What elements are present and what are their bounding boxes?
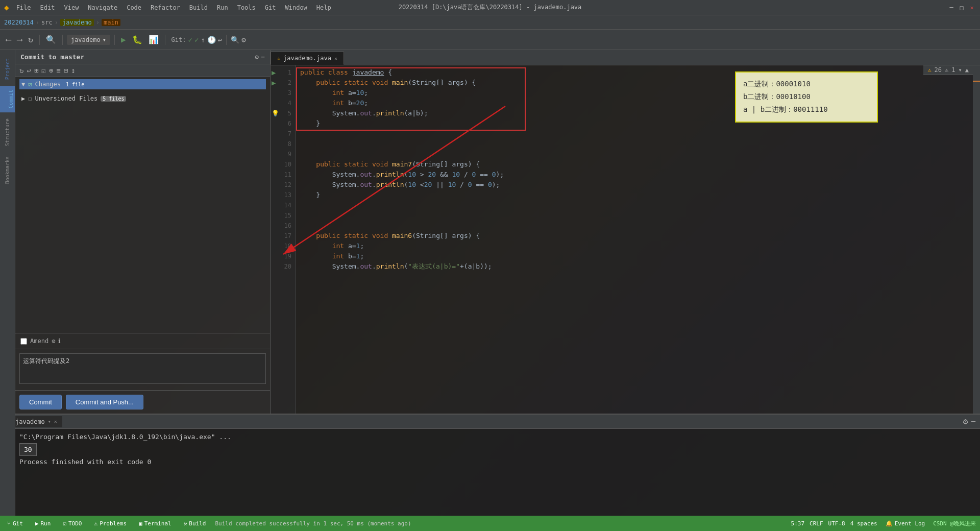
- maximize-button[interactable]: □: [958, 4, 966, 12]
- menu-file[interactable]: File: [12, 3, 35, 12]
- run-button[interactable]: ▶: [119, 34, 128, 45]
- build-status-icon: ⚒: [184, 520, 187, 527]
- line-15: 15: [271, 210, 296, 221]
- sidebar-project[interactable]: Project: [4, 54, 11, 84]
- breadcrumb-project[interactable]: 20220314: [4, 19, 34, 26]
- breadcrumb-package[interactable]: javademo: [60, 19, 94, 26]
- run-arrow-1[interactable]: ▶: [272, 68, 276, 77]
- run-arrow-2[interactable]: ▶: [272, 79, 276, 87]
- commit-diff-icon[interactable]: ⊞: [34, 66, 38, 75]
- menu-view[interactable]: View: [60, 3, 83, 12]
- commit-refresh-icon[interactable]: ↻: [19, 66, 23, 75]
- close-button[interactable]: ✕: [968, 4, 976, 12]
- toolbar-refresh[interactable]: ↻: [26, 34, 35, 45]
- sidebar-structure[interactable]: Structure: [4, 114, 11, 150]
- coverage-button[interactable]: 📊: [146, 34, 161, 45]
- git-undo[interactable]: ↩: [218, 36, 222, 44]
- amend-info-icon[interactable]: ℹ: [58, 337, 61, 345]
- changes-group-header[interactable]: ▼ ☑ Changes 1 file: [19, 79, 266, 89]
- code-line-9: [300, 149, 976, 159]
- commit-expand-icon[interactable]: ⊕: [49, 66, 53, 75]
- line-col[interactable]: 5:37: [791, 520, 805, 527]
- commit-undo-icon[interactable]: ↩: [27, 66, 31, 75]
- encoding[interactable]: CRLF: [810, 520, 823, 527]
- amend-settings-icon[interactable]: ⚙: [52, 337, 55, 345]
- project-selector-chevron: ▾: [103, 36, 106, 43]
- line-10: 10: [271, 159, 296, 170]
- charset[interactable]: UTF-8: [828, 520, 845, 527]
- sidebar-commit[interactable]: Commit: [0, 86, 15, 112]
- run-tab-dropdown[interactable]: ▾: [48, 419, 51, 424]
- menu-run[interactable]: Run: [213, 3, 232, 12]
- git-status-btn[interactable]: ⑂ Git: [4, 519, 26, 528]
- breadcrumb-branch[interactable]: main: [102, 19, 120, 26]
- commit-toolbar: ↻ ↩ ⊞ ☑ ⊕ ≡ ⊟ ↕: [15, 64, 270, 77]
- commit-button[interactable]: Commit: [19, 395, 62, 409]
- run-tab-close-icon[interactable]: ✕: [54, 419, 57, 424]
- build-status-label: Build: [189, 520, 206, 527]
- debug-button[interactable]: 🐛: [130, 34, 144, 45]
- run-panel-header: ▶ javademo ▾ ✕ ⚙ −: [0, 415, 980, 429]
- commit-sort-icon[interactable]: ↕: [71, 66, 75, 75]
- commit-group-icon[interactable]: ⊟: [64, 66, 68, 75]
- run-status-btn[interactable]: ▶ Run: [32, 519, 54, 528]
- commit-collapse-icon[interactable]: ≡: [56, 66, 60, 75]
- amend-checkbox[interactable]: [20, 338, 27, 345]
- commit-settings-icon[interactable]: ⚙: [255, 53, 259, 61]
- toolbar-forward[interactable]: ⟶: [15, 34, 24, 45]
- commit-minimize-icon[interactable]: −: [261, 53, 265, 61]
- sidebar-bookmarks[interactable]: Bookmarks: [4, 152, 11, 188]
- run-status-icon: ▶: [35, 520, 39, 527]
- todo-status-btn[interactable]: ☑ TODO: [60, 519, 85, 528]
- menu-window[interactable]: Window: [281, 3, 311, 12]
- menu-navigate[interactable]: Navigate: [84, 3, 121, 12]
- error-expand-icon[interactable]: ▾: [959, 66, 962, 74]
- unversioned-group-header[interactable]: ▶ ☐ Unversioned Files 5 files: [19, 93, 266, 104]
- menu-refactor[interactable]: Refactor: [146, 3, 184, 12]
- menu-code[interactable]: Code: [122, 3, 145, 12]
- menu-edit[interactable]: Edit: [36, 3, 59, 12]
- tab-javademo[interactable]: ☕ javademo.java ✕: [271, 52, 344, 65]
- unversioned-count: 5 files: [101, 96, 126, 102]
- git-update[interactable]: ↑: [201, 36, 205, 44]
- line-14: 14: [271, 200, 296, 210]
- menu-build[interactable]: Build: [185, 3, 212, 12]
- menu-git[interactable]: Git: [261, 3, 280, 12]
- git-label: Git:: [172, 36, 186, 43]
- breadcrumb-src[interactable]: src: [41, 19, 53, 26]
- run-minimize-icon[interactable]: −: [971, 417, 976, 426]
- toolbar-search[interactable]: 🔍: [44, 34, 58, 45]
- git-checkmark[interactable]: ✓: [188, 36, 192, 44]
- minimize-button[interactable]: ─: [947, 4, 955, 12]
- changes-checkbox[interactable]: ☑: [28, 81, 32, 88]
- code-line-19: int b=1;: [300, 251, 976, 261]
- commit-message-input[interactable]: 运算符代码提及2: [19, 353, 266, 384]
- breadcrumb-sep2: ›: [55, 19, 58, 26]
- menu-tools[interactable]: Tools: [233, 3, 260, 12]
- commit-checkin-icon[interactable]: ☑: [41, 66, 45, 75]
- event-log-btn[interactable]: 🔔 Event Log: [883, 519, 928, 528]
- toolbar-back[interactable]: ⟵: [4, 34, 13, 45]
- error-up-icon[interactable]: ▲: [965, 66, 969, 74]
- run-settings-icon[interactable]: ⚙: [963, 417, 968, 426]
- menu-help[interactable]: Help: [312, 3, 335, 12]
- line-7: 7: [271, 129, 296, 139]
- build-status-btn[interactable]: ⚒ Build: [181, 519, 209, 528]
- line-2: ▶2: [271, 78, 296, 88]
- right-gutter: [973, 50, 980, 414]
- search-everywhere[interactable]: 🔍: [231, 36, 239, 44]
- terminal-status-btn[interactable]: ▣ Terminal: [136, 519, 175, 528]
- indent[interactable]: 4 spaces: [850, 520, 877, 527]
- annotation-line3: a | b二进制：00011110: [743, 103, 870, 116]
- problems-status-btn[interactable]: ⚠ Problems: [91, 519, 130, 528]
- commit-push-button[interactable]: Commit and Push...: [66, 395, 143, 409]
- project-selector[interactable]: javademo ▾: [67, 35, 110, 45]
- settings-button[interactable]: ⚙: [241, 36, 246, 44]
- git-push[interactable]: 🕐: [207, 36, 216, 44]
- run-tab-label: javademo: [15, 418, 45, 425]
- tab-close-icon[interactable]: ✕: [334, 56, 337, 61]
- code-line-11: System.out.println(10 > 20 && 10 / 0 == …: [300, 170, 976, 180]
- annotation-line1: a二进制：00001010: [743, 78, 870, 90]
- unversioned-checkbox[interactable]: ☐: [28, 95, 32, 102]
- git-checkmark2[interactable]: ✓: [194, 36, 199, 44]
